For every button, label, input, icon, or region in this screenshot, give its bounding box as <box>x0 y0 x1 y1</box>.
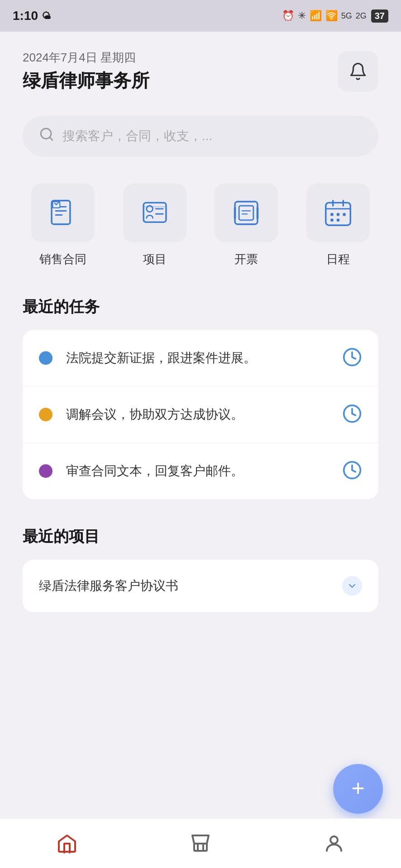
action-label-contract: 销售合同 <box>39 251 86 267</box>
quick-actions: 销售合同 项目 <box>23 184 378 267</box>
header-date: 2024年7月4日 星期四 <box>23 50 149 66</box>
clock-icon-3 <box>342 460 362 480</box>
invoice-icon <box>231 198 262 228</box>
svg-rect-11 <box>235 202 258 224</box>
action-schedule[interactable]: 日程 <box>298 184 379 267</box>
svg-point-23 <box>343 213 346 216</box>
schedule-icon <box>323 198 353 228</box>
clock-icon-2 <box>342 404 362 424</box>
recent-tasks-section: 最近的任务 法院提交新证据，跟进案件进展。 调解会议，协助双方达成协议。 <box>23 297 378 499</box>
project-expand-icon[interactable] <box>342 576 362 596</box>
nav-home[interactable] <box>38 828 96 859</box>
battery-level: 37 <box>371 9 388 23</box>
header: 2024年7月4日 星期四 绿盾律师事务所 <box>23 50 378 93</box>
status-time: 1:10 🌤 <box>13 9 51 23</box>
home-icon <box>56 833 78 854</box>
bottom-nav <box>0 818 401 868</box>
svg-point-24 <box>330 218 334 222</box>
svg-point-22 <box>336 213 339 216</box>
action-project[interactable]: 项目 <box>115 184 196 267</box>
search-icon <box>39 127 54 146</box>
nav-store[interactable] <box>172 828 229 859</box>
task-clock-3[interactable] <box>342 460 362 482</box>
project-card-partial[interactable]: 绿盾法律服务客户协议书 <box>23 560 378 612</box>
status-icons: ⏰ ✳ 📶 🛜 5G 2G 37 <box>282 9 388 23</box>
svg-point-31 <box>330 836 338 844</box>
recent-projects-title: 最近的项目 <box>23 526 100 547</box>
action-label-schedule: 日程 <box>326 251 350 267</box>
task-list: 法院提交新证据，跟进案件进展。 调解会议，协助双方达成协议。 <box>23 330 378 499</box>
task-dot-3 <box>39 464 53 478</box>
main-content: 2024年7月4日 星期四 绿盾律师事务所 搜索客户，合同，收支，... <box>0 32 401 836</box>
task-item-2[interactable]: 调解会议，协助双方达成协议。 <box>23 387 378 443</box>
svg-line-1 <box>50 137 53 140</box>
svg-rect-7 <box>143 203 166 222</box>
clock-icon-1 <box>342 347 362 367</box>
svg-point-21 <box>330 213 334 216</box>
notification-button[interactable] <box>338 51 378 92</box>
action-sales-contract[interactable]: 销售合同 <box>23 184 104 267</box>
task-clock-2[interactable] <box>342 404 362 425</box>
task-text-2: 调解会议，协助双方达成协议。 <box>66 405 329 425</box>
action-label-project: 项目 <box>143 251 167 267</box>
task-dot-1 <box>39 351 53 365</box>
contract-icon <box>48 198 78 228</box>
task-item-3[interactable]: 审查合同文本，回复客户邮件。 <box>23 443 378 499</box>
nav-profile[interactable] <box>305 828 363 859</box>
task-item-1[interactable]: 法院提交新证据，跟进案件进展。 <box>23 330 378 387</box>
svg-rect-12 <box>239 206 253 220</box>
recent-projects-section: 最近的项目 绿盾法律服务客户协议书 <box>23 526 378 612</box>
status-bar: 1:10 🌤 ⏰ ✳ 📶 🛜 5G 2G 37 <box>0 0 401 32</box>
store-icon <box>190 833 211 854</box>
bell-icon <box>348 62 368 81</box>
task-dot-2 <box>39 408 53 421</box>
recent-tasks-title: 最近的任务 <box>23 297 378 317</box>
search-bar[interactable]: 搜索客户，合同，收支，... <box>23 116 378 156</box>
fab-button[interactable]: + <box>333 764 383 814</box>
fab-plus-icon: + <box>351 777 364 799</box>
action-label-invoice: 开票 <box>234 251 258 267</box>
action-invoice[interactable]: 开票 <box>206 184 287 267</box>
profile-icon <box>323 833 345 854</box>
svg-point-25 <box>336 218 339 222</box>
project-card-text: 绿盾法律服务客户协议书 <box>39 577 178 594</box>
task-text-1: 法院提交新证据，跟进案件进展。 <box>66 348 329 368</box>
task-text-3: 审查合同文本，回复客户邮件。 <box>66 461 329 481</box>
task-clock-1[interactable] <box>342 347 362 369</box>
firm-name: 绿盾律师事务所 <box>23 68 149 93</box>
project-icon <box>139 198 170 228</box>
search-placeholder: 搜索客户，合同，收支，... <box>62 127 212 145</box>
